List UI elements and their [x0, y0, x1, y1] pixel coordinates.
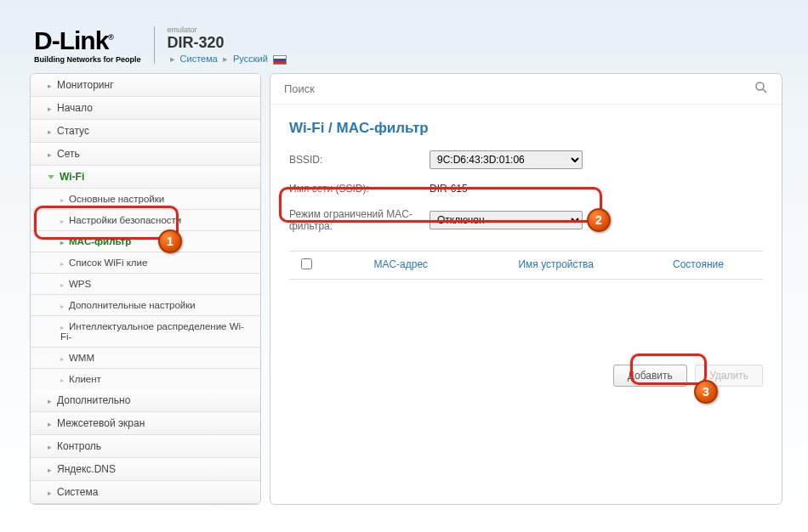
row-ssid: Имя сети (SSID): DIR-615: [270, 176, 782, 201]
ssid-label: Имя сети (SSID):: [289, 183, 430, 195]
header: D-Link® Building Networks for People emu…: [0, 0, 808, 73]
mac-mode-label: Режим ограничений MAC-фильтра:: [289, 208, 430, 232]
mac-mode-select[interactable]: Отключен: [430, 211, 583, 229]
sidebar-item-yandex-dns[interactable]: Яндекс.DNS: [31, 458, 260, 481]
sidebar-item-smart-wifi[interactable]: Интеллектуальное распределение Wi-Fi-: [31, 316, 260, 348]
logo-block: D-Link® Building Networks for People: [34, 26, 155, 64]
col-checkbox: [289, 258, 323, 272]
search-icon[interactable]: [754, 81, 768, 97]
sidebar-item-additional[interactable]: Дополнительно: [31, 389, 260, 412]
chevron-right-icon: ▸: [170, 54, 175, 64]
row-bssid: BSSID: 9C:D6:43:3D:01:06: [270, 144, 782, 176]
sidebar-item-security-settings[interactable]: Настройки безопасности: [31, 210, 260, 231]
sidebar-item-control[interactable]: Контроль: [31, 435, 260, 458]
add-button[interactable]: Добавить: [613, 365, 687, 387]
sidebar-item-wifi[interactable]: Wi-Fi: [31, 166, 260, 189]
sidebar: Мониторинг Начало Статус Сеть Wi-Fi Осно…: [30, 73, 261, 505]
sidebar-item-status[interactable]: Статус: [31, 120, 260, 143]
search-input[interactable]: [284, 82, 768, 95]
page-title: Wi-Fi / MAC-фильтр: [270, 105, 782, 144]
svg-line-1: [763, 89, 766, 93]
sidebar-item-advanced-settings[interactable]: Дополнительные настройки: [31, 295, 260, 316]
brand-tagline: Building Networks for People: [34, 55, 141, 64]
sidebar-item-start[interactable]: Начало: [31, 97, 260, 120]
delete-button: Удалить: [695, 365, 763, 387]
search-bar: [270, 74, 782, 105]
crumb-language[interactable]: Русский: [233, 54, 268, 64]
col-state[interactable]: Состояние: [634, 258, 763, 272]
sidebar-wifi-submenu: Основные настройки Настройки безопасност…: [31, 189, 260, 389]
ssid-value: DIR-615: [430, 183, 468, 195]
breadcrumb: ▸ Система ▸ Русский: [168, 54, 287, 65]
sidebar-item-network[interactable]: Сеть: [31, 143, 260, 166]
sidebar-item-wmm[interactable]: WMM: [31, 348, 260, 369]
sidebar-item-wifi-clients[interactable]: Список WiFi клие: [31, 252, 260, 274]
sidebar-item-mac-filter[interactable]: MAC-фильтр: [31, 231, 260, 252]
chevron-right-icon: ▸: [223, 54, 228, 64]
table-header: MAC-адрес Имя устройства Состояние: [289, 251, 763, 280]
model-name: DIR-320: [168, 34, 287, 52]
button-bar: Добавить Удалить: [270, 348, 782, 404]
sidebar-item-wps[interactable]: WPS: [31, 274, 260, 295]
col-mac[interactable]: MAC-адрес: [323, 258, 478, 272]
bssid-label: BSSID:: [289, 154, 430, 166]
bssid-select[interactable]: 9C:D6:43:3D:01:06: [430, 150, 583, 169]
col-device[interactable]: Имя устройства: [478, 258, 633, 272]
model-block: emulator DIR-320 ▸ Система ▸ Русский: [168, 25, 287, 65]
sidebar-item-monitoring[interactable]: Мониторинг: [31, 74, 260, 97]
table-body: [270, 280, 782, 348]
sidebar-item-basic-settings[interactable]: Основные настройки: [31, 189, 260, 210]
sidebar-item-client[interactable]: Клиент: [31, 369, 260, 389]
flag-russia-icon: [273, 55, 287, 65]
sidebar-item-system[interactable]: Система: [31, 481, 260, 504]
emulator-label: emulator: [168, 25, 287, 34]
crumb-system[interactable]: Система: [180, 54, 218, 64]
sidebar-item-firewall[interactable]: Межсетевой экран: [31, 412, 260, 435]
row-mac-mode: Режим ограничений MAC-фильтра: Отключен: [270, 201, 782, 239]
svg-point-0: [756, 82, 764, 90]
select-all-checkbox[interactable]: [301, 258, 312, 269]
main-panel: Wi-Fi / MAC-фильтр BSSID: 9C:D6:43:3D:01…: [270, 73, 782, 505]
brand-logo: D-Link®: [34, 26, 141, 55]
